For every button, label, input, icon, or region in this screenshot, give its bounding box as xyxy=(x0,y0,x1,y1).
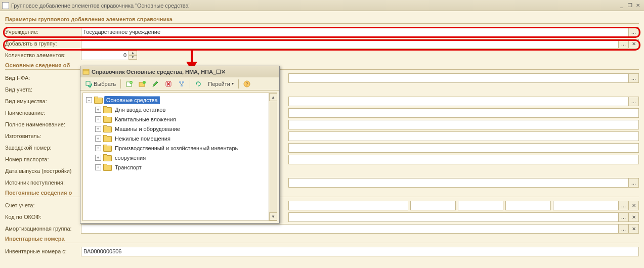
vertical-scrollbar[interactable]: ▲ ▼ xyxy=(269,93,277,220)
org-input[interactable]: Государственное учреждение xyxy=(81,27,629,37)
amort-group-input[interactable] xyxy=(81,224,619,234)
source-select-button[interactable]: … xyxy=(629,178,639,188)
tree-row[interactable]: +Для ввода остатков xyxy=(83,105,277,114)
hierarchy-icon xyxy=(178,80,185,87)
minimize-button[interactable]: _ xyxy=(618,2,626,9)
passport-num-input[interactable] xyxy=(288,155,639,164)
folder-icon xyxy=(103,135,111,142)
factory-num-input[interactable] xyxy=(288,143,639,153)
count-input[interactable]: 0 xyxy=(81,51,129,60)
count-up-button[interactable]: ▲ xyxy=(129,51,137,55)
label-passport-num: Номер паспорта: xyxy=(5,156,81,162)
svg-text:?: ? xyxy=(245,81,248,86)
tree-row[interactable]: −Основные средства xyxy=(83,95,277,105)
catalog-dialog: Справочник Основные средства, НМА, НПА _… xyxy=(80,66,280,224)
label-full-name: Полное наименование: xyxy=(5,121,81,127)
add-icon: + xyxy=(125,80,133,87)
svg-rect-13 xyxy=(181,85,183,86)
name-input[interactable] xyxy=(288,108,639,118)
group-select-button[interactable]: … xyxy=(619,39,629,49)
svg-rect-2 xyxy=(83,69,89,74)
expander-icon[interactable]: − xyxy=(86,97,92,103)
org-select-button[interactable]: … xyxy=(629,27,639,37)
okof-select-button[interactable]: … xyxy=(619,212,629,222)
account-input-3[interactable] xyxy=(458,201,503,210)
full-name-input[interactable] xyxy=(288,120,639,129)
catalog-icon xyxy=(82,68,90,75)
svg-point-9 xyxy=(143,81,146,84)
select-icon xyxy=(85,80,92,87)
amort-group-clear-button[interactable]: ✕ xyxy=(629,224,639,234)
expander-icon[interactable]: + xyxy=(95,136,101,142)
edit-button[interactable] xyxy=(149,79,161,89)
tree-label: Нежилые помещения xyxy=(113,135,172,142)
dialog-close-button[interactable]: ✕ xyxy=(221,69,226,75)
select-button[interactable]: Выбрать xyxy=(82,79,118,89)
okof-clear-button[interactable]: ✕ xyxy=(629,212,639,222)
scroll-up-button[interactable]: ▲ xyxy=(269,93,277,101)
add-group-button[interactable] xyxy=(136,79,148,89)
label-type-accounting: Вид учета: xyxy=(5,86,81,93)
tree-row[interactable]: +Машины и оборудование xyxy=(83,124,277,133)
tree-label: Для ввода остатков xyxy=(113,106,167,113)
tree-area[interactable]: −Основные средства+Для ввода остатков+Ка… xyxy=(82,93,277,221)
close-button[interactable]: ✕ xyxy=(634,2,642,9)
tree-row[interactable]: +сооружения xyxy=(83,153,277,162)
hierarchy-button[interactable] xyxy=(176,79,188,89)
expander-icon[interactable]: + xyxy=(95,164,101,170)
source-input[interactable] xyxy=(288,178,629,188)
dialog-maximize-button[interactable]: ☐ xyxy=(216,69,221,75)
amort-group-select-button[interactable]: … xyxy=(619,224,629,234)
account-input-2[interactable] xyxy=(410,201,456,210)
folder-icon xyxy=(103,164,111,170)
account-select-button[interactable]: … xyxy=(619,201,629,210)
tree-row[interactable]: +Капитальные вложения xyxy=(83,114,277,124)
tree-label: Основные средства xyxy=(104,96,160,104)
expander-icon[interactable]: + xyxy=(95,155,101,161)
type-nfa-select-button[interactable]: … xyxy=(629,73,639,83)
expander-icon[interactable]: + xyxy=(95,116,101,122)
scroll-down-button[interactable]: ▼ xyxy=(269,212,277,220)
refresh-icon xyxy=(195,80,202,87)
account-input-1[interactable] xyxy=(288,201,408,210)
tree-label: Капитальные вложения xyxy=(113,116,178,123)
expander-icon[interactable]: + xyxy=(95,126,101,132)
account-input-4[interactable] xyxy=(505,201,551,210)
pencil-icon xyxy=(152,80,159,87)
type-property-input[interactable] xyxy=(288,97,629,106)
type-nfa-input[interactable] xyxy=(288,73,629,83)
label-okof: Код по ОКОФ: xyxy=(5,214,81,220)
tree-label: сооружения xyxy=(113,154,147,161)
folder-icon xyxy=(103,106,111,113)
section-inv-title: Инвентарные номера xyxy=(5,236,639,243)
help-button[interactable]: ? xyxy=(241,79,253,89)
tree-label: Машины и оборудование xyxy=(113,125,182,132)
restore-button[interactable]: ❐ xyxy=(626,2,634,9)
tree-row[interactable]: +Нежилые помещения xyxy=(83,133,277,143)
account-clear-button[interactable]: ✕ xyxy=(629,201,639,210)
label-inv-from: Инвентарные номера с: xyxy=(5,248,81,254)
group-clear-button[interactable]: ✕ xyxy=(629,39,639,49)
account-input-5[interactable] xyxy=(553,201,619,210)
label-date-build: Дата выпуска (постройки) xyxy=(5,168,81,174)
tree-row[interactable]: +Производственный и хозяйственный инвент… xyxy=(83,143,277,153)
manufacturer-input[interactable] xyxy=(288,131,639,141)
delete-button[interactable] xyxy=(162,79,175,89)
tree-row[interactable]: +Транспорт xyxy=(83,162,277,172)
group-input[interactable] xyxy=(81,39,619,49)
dialog-title-text: Справочник Основные средства, НМА, НПА xyxy=(92,69,213,75)
refresh-button[interactable] xyxy=(192,79,204,89)
add-button[interactable]: + xyxy=(123,79,135,89)
okof-input[interactable] xyxy=(288,212,619,222)
label-account: Счет учета: xyxy=(5,202,81,208)
inv-from-input[interactable]: ВА0000000506 xyxy=(81,247,639,256)
expander-icon[interactable]: + xyxy=(95,107,101,113)
folder-icon xyxy=(103,145,111,151)
delete-icon xyxy=(165,80,172,87)
goto-button[interactable]: Перейти ▾ xyxy=(205,79,236,89)
type-property-select-button[interactable]: … xyxy=(629,97,639,106)
dialog-titlebar: Справочник Основные средства, НМА, НПА _… xyxy=(80,66,279,77)
expander-icon[interactable]: + xyxy=(95,145,101,151)
count-down-button[interactable]: ▼ xyxy=(129,55,137,60)
label-amort-group: Амортизационная группа: xyxy=(5,226,81,232)
